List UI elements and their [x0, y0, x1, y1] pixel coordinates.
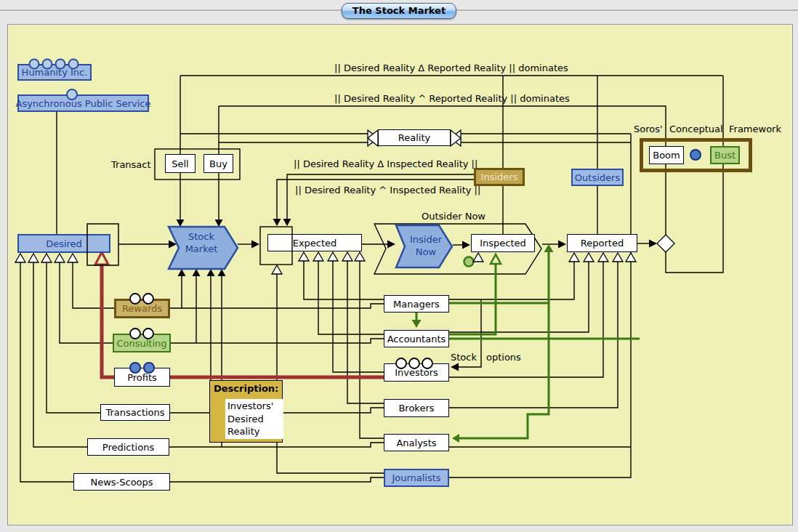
port-circles	[30, 60, 701, 374]
soros-middle-dot	[690, 150, 701, 160]
port-overlay	[0, 0, 798, 532]
application-window: The Stock Market	[0, 0, 798, 532]
desired-overlay-frame	[87, 224, 118, 265]
